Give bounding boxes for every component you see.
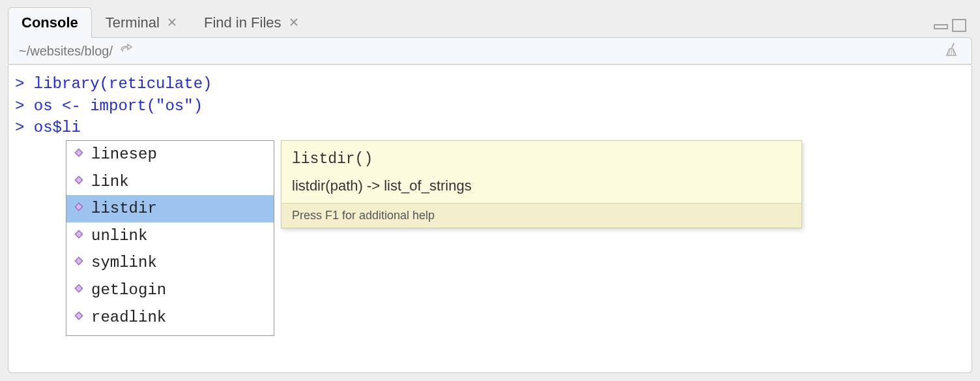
tooltip-body: listdir() listdir(path) -> list_of_strin…	[281, 141, 801, 203]
svg-rect-11	[75, 176, 82, 183]
console-toolbar: ~/websites/blog/	[8, 37, 972, 65]
console-panel: Console Terminal Find in Files ~/website…	[0, 0, 980, 381]
close-icon[interactable]	[289, 16, 298, 30]
tab-find-in-files[interactable]: Find in Files	[190, 7, 312, 38]
code-line: > os <- import("os")	[15, 95, 965, 117]
diamond-icon	[73, 171, 85, 193]
autocomplete-item[interactable]: linesep	[66, 141, 274, 168]
maximize-button[interactable]	[951, 18, 967, 33]
code-line: > os$li	[15, 117, 965, 139]
autocomplete-popup: linesep link listdir unlink symlink	[66, 140, 802, 336]
autocomplete-label: unlink	[91, 225, 147, 247]
autocomplete-item[interactable]: link	[66, 168, 274, 196]
svg-rect-10	[75, 149, 82, 156]
diamond-icon	[73, 307, 85, 329]
diamond-icon	[73, 198, 85, 220]
tooltip-description: listdir(path) -> list_of_strings	[292, 176, 791, 196]
svg-rect-13	[75, 230, 82, 237]
svg-line-8	[951, 50, 952, 55]
autocomplete-item[interactable]: readlink	[66, 304, 274, 331]
autocomplete-label: symlink	[91, 252, 157, 274]
autocomplete-tooltip: listdir() listdir(path) -> list_of_strin…	[281, 140, 802, 228]
autocomplete-item[interactable]: unlink	[66, 222, 274, 250]
autocomplete-item-selected[interactable]: listdir	[66, 195, 274, 222]
share-arrow-icon[interactable]	[119, 44, 132, 59]
tooltip-signature: listdir()	[292, 149, 791, 170]
svg-rect-14	[75, 258, 82, 265]
svg-rect-5	[953, 20, 966, 31]
autocomplete-label: linesep	[91, 144, 157, 166]
autocomplete-label: link	[91, 171, 129, 193]
diamond-icon	[73, 252, 85, 274]
diamond-icon	[73, 225, 85, 247]
code-line: > library(reticulate)	[15, 73, 965, 95]
diamond-icon	[73, 144, 85, 166]
svg-line-6	[951, 43, 954, 49]
tab-label: Console	[22, 14, 78, 31]
tab-label: Terminal	[106, 14, 160, 31]
svg-rect-12	[75, 204, 82, 211]
diamond-icon	[73, 279, 85, 301]
tab-bar: Console Terminal Find in Files	[0, 0, 980, 38]
tooltip-footer: Press F1 for additional help	[281, 203, 801, 228]
clear-console-icon[interactable]	[944, 41, 961, 61]
window-controls	[933, 18, 967, 33]
autocomplete-list[interactable]: linesep link listdir unlink symlink	[66, 140, 274, 336]
tab-label: Find in Files	[204, 14, 281, 31]
minimize-button[interactable]	[933, 18, 949, 33]
tab-console[interactable]: Console	[8, 7, 92, 38]
close-icon[interactable]	[167, 16, 177, 30]
autocomplete-label: listdir	[91, 198, 157, 220]
svg-rect-4	[934, 25, 947, 29]
console-output[interactable]: > library(reticulate) > os <- import("os…	[8, 65, 972, 373]
tab-terminal[interactable]: Terminal	[92, 7, 190, 38]
working-directory[interactable]: ~/websites/blog/	[19, 44, 132, 59]
svg-rect-15	[75, 284, 82, 292]
svg-rect-16	[75, 312, 82, 319]
autocomplete-label: getlogin	[91, 279, 166, 301]
working-directory-label: ~/websites/blog/	[19, 44, 113, 59]
autocomplete-label: readlink	[91, 307, 166, 329]
autocomplete-item[interactable]: symlink	[66, 249, 274, 277]
autocomplete-item[interactable]: getlogin	[66, 277, 274, 304]
